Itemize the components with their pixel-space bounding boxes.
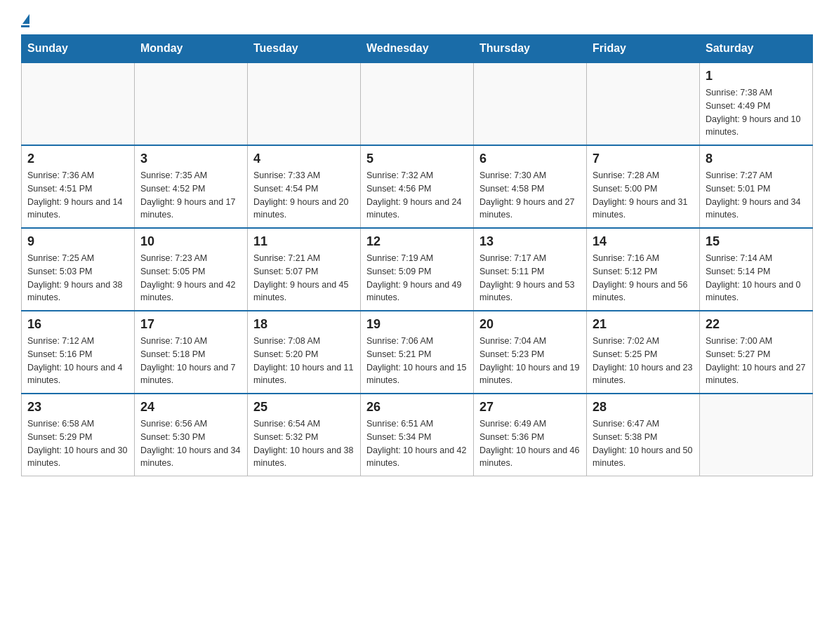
calendar-table: SundayMondayTuesdayWednesdayThursdayFrid… [21, 34, 813, 476]
day-number: 23 [27, 400, 128, 415]
day-info: Sunrise: 7:00 AM Sunset: 5:27 PM Dayligh… [706, 335, 807, 387]
day-info: Sunrise: 7:23 AM Sunset: 5:05 PM Dayligh… [140, 252, 241, 304]
calendar-cell: 9Sunrise: 7:25 AM Sunset: 5:03 PM Daylig… [22, 228, 135, 311]
day-info: Sunrise: 7:08 AM Sunset: 5:20 PM Dayligh… [253, 335, 355, 387]
header-day-wednesday: Wednesday [361, 35, 474, 63]
day-number: 17 [140, 317, 241, 332]
day-number: 5 [366, 152, 468, 166]
day-info: Sunrise: 7:33 AM Sunset: 4:54 PM Dayligh… [253, 169, 355, 222]
calendar-cell: 15Sunrise: 7:14 AM Sunset: 5:14 PM Dayli… [700, 228, 813, 311]
calendar-cell: 1Sunrise: 7:38 AM Sunset: 4:49 PM Daylig… [700, 62, 813, 145]
day-info: Sunrise: 7:04 AM Sunset: 5:23 PM Dayligh… [479, 335, 581, 387]
header-day-monday: Monday [135, 35, 248, 63]
day-number: 28 [593, 400, 694, 415]
day-number: 1 [706, 69, 807, 83]
calendar-week-2: 2Sunrise: 7:36 AM Sunset: 4:51 PM Daylig… [22, 145, 813, 228]
day-number: 16 [27, 317, 128, 332]
day-number: 20 [479, 317, 581, 332]
day-info: Sunrise: 7:10 AM Sunset: 5:18 PM Dayligh… [140, 335, 241, 387]
day-info: Sunrise: 6:58 AM Sunset: 5:29 PM Dayligh… [27, 417, 128, 470]
calendar-cell: 23Sunrise: 6:58 AM Sunset: 5:29 PM Dayli… [22, 394, 135, 476]
day-info: Sunrise: 6:49 AM Sunset: 5:36 PM Dayligh… [479, 417, 581, 470]
calendar-cell: 16Sunrise: 7:12 AM Sunset: 5:16 PM Dayli… [22, 311, 135, 394]
day-info: Sunrise: 6:54 AM Sunset: 5:32 PM Dayligh… [253, 417, 355, 470]
calendar-cell: 25Sunrise: 6:54 AM Sunset: 5:32 PM Dayli… [248, 394, 361, 476]
day-info: Sunrise: 7:32 AM Sunset: 4:56 PM Dayligh… [366, 169, 468, 222]
calendar-cell: 19Sunrise: 7:06 AM Sunset: 5:21 PM Dayli… [361, 311, 474, 394]
calendar-header: SundayMondayTuesdayWednesdayThursdayFrid… [22, 35, 813, 63]
day-number: 22 [706, 317, 807, 332]
calendar-cell [361, 62, 474, 145]
day-info: Sunrise: 7:06 AM Sunset: 5:21 PM Dayligh… [366, 335, 468, 387]
day-number: 12 [366, 234, 468, 249]
calendar-body: 1Sunrise: 7:38 AM Sunset: 4:49 PM Daylig… [22, 62, 813, 476]
day-info: Sunrise: 7:21 AM Sunset: 5:07 PM Dayligh… [253, 252, 355, 304]
logo-triangle-icon [22, 14, 29, 24]
calendar-week-3: 9Sunrise: 7:25 AM Sunset: 5:03 PM Daylig… [22, 228, 813, 311]
day-number: 26 [366, 400, 468, 415]
calendar-cell: 12Sunrise: 7:19 AM Sunset: 5:09 PM Dayli… [361, 228, 474, 311]
day-number: 6 [479, 152, 581, 166]
calendar-cell: 6Sunrise: 7:30 AM Sunset: 4:58 PM Daylig… [474, 145, 587, 228]
day-number: 3 [140, 152, 241, 166]
day-info: Sunrise: 7:02 AM Sunset: 5:25 PM Dayligh… [593, 335, 694, 387]
day-info: Sunrise: 7:35 AM Sunset: 4:52 PM Dayligh… [140, 169, 241, 222]
header-day-thursday: Thursday [474, 35, 587, 63]
day-number: 7 [593, 152, 694, 166]
calendar-cell [587, 62, 700, 145]
day-number: 15 [706, 234, 807, 249]
calendar-cell: 3Sunrise: 7:35 AM Sunset: 4:52 PM Daylig… [135, 145, 248, 228]
day-number: 25 [253, 400, 355, 415]
day-number: 10 [140, 234, 241, 249]
calendar-cell: 4Sunrise: 7:33 AM Sunset: 4:54 PM Daylig… [248, 145, 361, 228]
header-day-sunday: Sunday [22, 35, 135, 63]
calendar-cell [474, 62, 587, 145]
calendar-cell: 18Sunrise: 7:08 AM Sunset: 5:20 PM Dayli… [248, 311, 361, 394]
calendar-cell: 22Sunrise: 7:00 AM Sunset: 5:27 PM Dayli… [700, 311, 813, 394]
day-info: Sunrise: 7:25 AM Sunset: 5:03 PM Dayligh… [27, 252, 128, 304]
day-info: Sunrise: 7:36 AM Sunset: 4:51 PM Dayligh… [27, 169, 128, 222]
day-number: 27 [479, 400, 581, 415]
day-number: 14 [593, 234, 694, 249]
page-header [21, 14, 813, 27]
calendar-cell: 20Sunrise: 7:04 AM Sunset: 5:23 PM Dayli… [474, 311, 587, 394]
header-day-saturday: Saturday [700, 35, 813, 63]
calendar-cell: 13Sunrise: 7:17 AM Sunset: 5:11 PM Dayli… [474, 228, 587, 311]
day-info: Sunrise: 7:19 AM Sunset: 5:09 PM Dayligh… [366, 252, 468, 304]
logo-line [21, 25, 29, 27]
header-row: SundayMondayTuesdayWednesdayThursdayFrid… [22, 35, 813, 63]
day-info: Sunrise: 7:38 AM Sunset: 4:49 PM Dayligh… [706, 86, 807, 139]
calendar-cell [700, 394, 813, 476]
day-number: 2 [27, 152, 128, 166]
day-info: Sunrise: 6:56 AM Sunset: 5:30 PM Dayligh… [140, 417, 241, 470]
day-info: Sunrise: 7:17 AM Sunset: 5:11 PM Dayligh… [479, 252, 581, 304]
day-number: 18 [253, 317, 355, 332]
calendar-cell [135, 62, 248, 145]
calendar-cell: 14Sunrise: 7:16 AM Sunset: 5:12 PM Dayli… [587, 228, 700, 311]
page: SundayMondayTuesdayWednesdayThursdayFrid… [0, 0, 834, 490]
calendar-cell: 26Sunrise: 6:51 AM Sunset: 5:34 PM Dayli… [361, 394, 474, 476]
day-info: Sunrise: 6:47 AM Sunset: 5:38 PM Dayligh… [593, 417, 694, 470]
day-info: Sunrise: 7:28 AM Sunset: 5:00 PM Dayligh… [593, 169, 694, 222]
day-number: 19 [366, 317, 468, 332]
day-number: 24 [140, 400, 241, 415]
day-number: 11 [253, 234, 355, 249]
calendar-cell: 5Sunrise: 7:32 AM Sunset: 4:56 PM Daylig… [361, 145, 474, 228]
calendar-cell [22, 62, 135, 145]
day-info: Sunrise: 7:27 AM Sunset: 5:01 PM Dayligh… [706, 169, 807, 222]
calendar-cell: 17Sunrise: 7:10 AM Sunset: 5:18 PM Dayli… [135, 311, 248, 394]
day-number: 4 [253, 152, 355, 166]
day-number: 8 [706, 152, 807, 166]
calendar-cell: 10Sunrise: 7:23 AM Sunset: 5:05 PM Dayli… [135, 228, 248, 311]
calendar-week-1: 1Sunrise: 7:38 AM Sunset: 4:49 PM Daylig… [22, 62, 813, 145]
day-info: Sunrise: 7:14 AM Sunset: 5:14 PM Dayligh… [706, 252, 807, 304]
calendar-cell: 21Sunrise: 7:02 AM Sunset: 5:25 PM Dayli… [587, 311, 700, 394]
calendar-week-4: 16Sunrise: 7:12 AM Sunset: 5:16 PM Dayli… [22, 311, 813, 394]
calendar-cell: 24Sunrise: 6:56 AM Sunset: 5:30 PM Dayli… [135, 394, 248, 476]
calendar-cell: 8Sunrise: 7:27 AM Sunset: 5:01 PM Daylig… [700, 145, 813, 228]
calendar-cell: 7Sunrise: 7:28 AM Sunset: 5:00 PM Daylig… [587, 145, 700, 228]
calendar-cell: 27Sunrise: 6:49 AM Sunset: 5:36 PM Dayli… [474, 394, 587, 476]
calendar-cell: 28Sunrise: 6:47 AM Sunset: 5:38 PM Dayli… [587, 394, 700, 476]
calendar-cell: 2Sunrise: 7:36 AM Sunset: 4:51 PM Daylig… [22, 145, 135, 228]
logo [21, 14, 29, 27]
